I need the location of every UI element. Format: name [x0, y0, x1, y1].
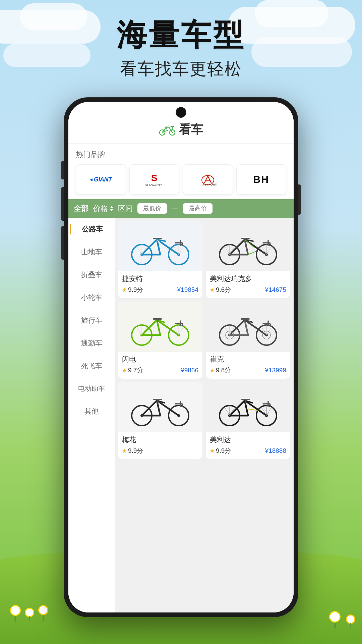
star-icon-2: ★ [210, 287, 215, 293]
sidebar-item-folding[interactable]: 折叠车 [68, 263, 115, 286]
header-section: 海量车型 看车找车更轻松 [0, 18, 362, 80]
bike-image-3 [128, 305, 192, 348]
star-icon-6: ★ [210, 448, 215, 454]
product-info-2: 美利达瑞克多 ★ 9.6分 ¥14675 [206, 271, 290, 298]
svg-line-59 [266, 407, 272, 416]
product-card-5[interactable]: 梅花 ★ 9.9分 [118, 382, 202, 459]
brand-card-specialized[interactable]: S SPECIALIZED. [129, 164, 180, 195]
product-image-6 [206, 382, 290, 432]
filter-min-input[interactable] [137, 203, 167, 214]
svg-line-23 [266, 246, 272, 255]
product-rating-1: ★ 9.9分 [122, 285, 143, 294]
filter-range-label: 区间 [118, 204, 133, 214]
svg-line-21 [225, 246, 230, 255]
svg-line-13 [179, 246, 184, 255]
svg-line-31 [137, 327, 142, 335]
product-rating-6: ★ 9.9分 [210, 446, 231, 455]
product-image-2 [206, 221, 290, 271]
brand-card-bh[interactable]: BH [236, 164, 287, 195]
sidebar-item-bmx[interactable]: 小轮车 [68, 286, 115, 309]
product-name-3: 闪电 [122, 355, 198, 364]
svg-line-11 [137, 246, 142, 255]
brand-card-giant[interactable]: ◀ GIANT [76, 164, 126, 195]
brand-card-author[interactable]: AUTHOR® [183, 164, 233, 195]
product-rating-3: ★ 9.7分 [122, 366, 143, 375]
main-content: 公路车 山地车 折叠车 小轮车 旅行车 通勤车 [68, 218, 294, 612]
filter-dash: — [172, 205, 178, 212]
flowers-decoration [10, 605, 48, 617]
brand-bh-label: BH [253, 174, 269, 185]
side-button-left-3 [61, 226, 64, 260]
product-card-3[interactable]: 闪电 ★ 9.7分 ¥9866 [118, 302, 202, 379]
bike-image-4 [216, 305, 280, 348]
bike-image-2 [216, 224, 280, 268]
filter-price-btn[interactable]: 价格 [93, 204, 113, 214]
bike-logo-icon [159, 124, 176, 136]
sidebar-item-commute[interactable]: 通勤车 [68, 332, 115, 355]
product-name-2: 美利达瑞克多 [210, 274, 286, 283]
sidebar-item-road[interactable]: 公路车 [68, 218, 115, 240]
brand-giant-label: GIANT [94, 176, 112, 183]
filter-price-label: 价格 [93, 204, 108, 214]
product-price-4: ¥13999 [265, 367, 286, 374]
product-rating-5: ★ 9.9分 [122, 446, 143, 455]
product-image-4 [206, 302, 290, 352]
product-name-4: 崔克 [210, 355, 286, 364]
bike-image-1 [128, 224, 192, 268]
phone-frame: 看车 热门品牌 ◀ GIANT S S [64, 97, 298, 617]
brand-grid: ◀ GIANT S SPECIALIZED. [76, 164, 286, 195]
camera-notch [177, 108, 185, 117]
product-info-6: 美利达 ★ 9.9分 ¥18888 [206, 432, 290, 459]
app-name: 看车 [179, 121, 203, 138]
product-name-1: 捷安特 [122, 274, 198, 283]
star-icon-3: ★ [122, 367, 127, 374]
product-rating-2: ★ 9.6分 [210, 285, 231, 294]
sidebar-item-fixie[interactable]: 死飞车 [68, 355, 115, 377]
product-card-4[interactable]: 崔克 ★ 9.8分 ¥13999 [206, 302, 290, 379]
phone-wrapper: 看车 热门品牌 ◀ GIANT S S [64, 97, 298, 617]
svg-line-33 [179, 327, 184, 335]
product-name-6: 美利达 [210, 435, 286, 444]
sidebar-item-ebike[interactable]: 电动助车 [68, 377, 115, 400]
product-info-3: 闪电 ★ 9.7分 ¥9866 [118, 352, 202, 379]
app-logo: 看车 [78, 121, 284, 138]
product-info-5: 梅花 ★ 9.9分 [118, 432, 202, 459]
star-icon-5: ★ [122, 448, 127, 454]
main-title: 海量车型 [0, 18, 362, 52]
svg-text:AUTHOR®: AUTHOR® [202, 183, 217, 186]
product-image-3 [118, 302, 202, 352]
product-card-6[interactable]: 美利达 ★ 9.9分 ¥18888 [206, 382, 290, 459]
product-info-1: 捷安特 ★ 9.9分 ¥19854 [118, 271, 202, 298]
product-card-2[interactable]: 美利达瑞克多 ★ 9.6分 ¥14675 [206, 221, 290, 298]
flowers-right-decoration [329, 611, 355, 624]
product-info-4: 崔克 ★ 9.8分 ¥13999 [206, 352, 290, 379]
product-grid: 捷安特 ★ 9.9分 ¥19854 [115, 218, 294, 612]
product-image-5 [118, 382, 202, 432]
product-image-1 [118, 221, 202, 271]
bike-image-5 [128, 385, 192, 429]
star-icon-4: ★ [210, 367, 215, 374]
side-button-left-1 [61, 161, 64, 179]
brand-section: 热门品牌 ◀ GIANT S SPECIALIZED. [68, 144, 294, 199]
phone-screen: 看车 热门品牌 ◀ GIANT S S [68, 102, 294, 612]
product-rating-4: ★ 9.8分 [210, 366, 231, 375]
sidebar-item-touring[interactable]: 旅行车 [68, 309, 115, 332]
star-icon-1: ★ [122, 287, 127, 293]
sidebar-item-mountain[interactable]: 山地车 [68, 240, 115, 263]
side-button-right [298, 184, 301, 215]
svg-line-57 [225, 407, 230, 416]
side-button-left-2 [61, 187, 64, 221]
product-price-3: ¥9866 [181, 367, 198, 374]
product-card-1[interactable]: 捷安特 ★ 9.9分 ¥19854 [118, 221, 202, 298]
main-subtitle: 看车找车更轻松 [0, 58, 362, 80]
product-price-6: ¥18888 [265, 447, 286, 454]
author-logo-svg: AUTHOR® [199, 173, 217, 186]
product-name-5: 梅花 [122, 435, 198, 444]
filter-max-input[interactable] [183, 203, 213, 214]
filter-bar: 全部 价格 区间 — [68, 199, 294, 218]
sidebar-item-other[interactable]: 其他 [68, 400, 115, 423]
bike-image-6 [216, 385, 280, 429]
brand-section-label: 热门品牌 [76, 150, 286, 160]
product-price-1: ¥19854 [177, 286, 198, 293]
sidebar: 公路车 山地车 折叠车 小轮车 旅行车 通勤车 [68, 218, 115, 612]
